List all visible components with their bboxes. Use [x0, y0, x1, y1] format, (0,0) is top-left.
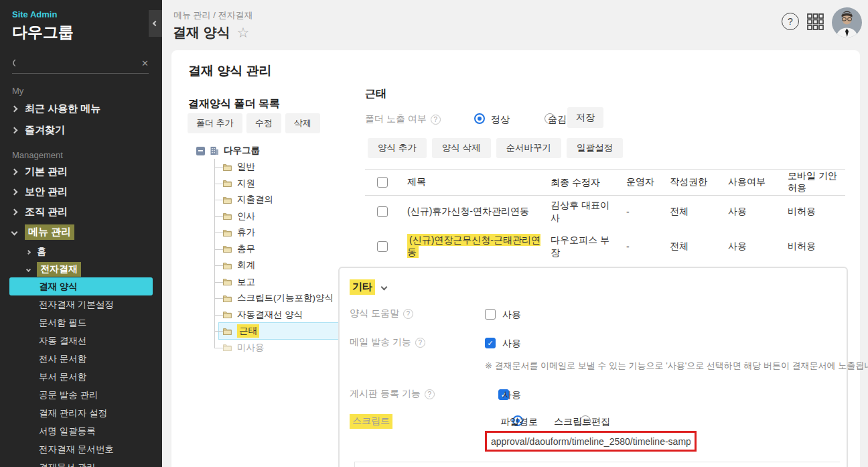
help-tooltip-icon[interactable]: ?: [425, 389, 435, 399]
sidebar-item-label: 결재 양식: [39, 281, 78, 291]
sidebar-item-menu-admin[interactable]: 메뉴 관리: [12, 224, 74, 240]
sidebar-item-signature-bulk[interactable]: 서명 일괄등록: [39, 422, 162, 440]
tree-folder-script-forms[interactable]: 스크립트(기능포함)양식: [196, 290, 340, 307]
tree-folder-general[interactable]: 일반: [196, 159, 340, 176]
tree-folder-auto-line-forms[interactable]: 자동결재선 양식: [196, 307, 340, 324]
save-button[interactable]: 저장: [567, 107, 603, 128]
tree-folder-report[interactable]: 보고: [196, 274, 340, 291]
visibility-normal-radio[interactable]: [474, 113, 485, 124]
chevron-right-icon: [11, 168, 18, 175]
help-tooltip-icon[interactable]: ?: [403, 309, 413, 319]
form-bulk-settings-button[interactable]: 일괄설정: [567, 138, 623, 158]
folder-icon: [222, 327, 232, 336]
tree-root[interactable]: 다우그룹: [196, 143, 340, 159]
chevron-down-icon: [381, 284, 388, 291]
folder-icon: [222, 212, 232, 220]
mail-feature-checkbox[interactable]: [485, 338, 496, 348]
folder-icon: [222, 294, 232, 303]
sidebar-item-label: 보안 관리: [25, 186, 68, 198]
chevron-right-icon: [11, 127, 18, 133]
sidebar-item-label-highlighted: 전자결재: [37, 262, 81, 277]
form-delete-button[interactable]: 양식 삭제: [432, 138, 491, 158]
row-checkbox[interactable]: [377, 241, 388, 252]
breadcrumb: 메뉴 관리 / 전자결재: [173, 9, 252, 21]
col-permission: 작성권한: [670, 176, 728, 188]
search-input[interactable]: [19, 58, 137, 68]
detail-title: 근태: [365, 87, 386, 101]
table-row[interactable]: (신규)휴가신청-연차관리연동 김상후 대표이사 - 전체 사용 비허용: [365, 196, 845, 228]
row-checkbox[interactable]: [377, 206, 388, 217]
tree-folder-label-highlighted: 근태: [237, 324, 259, 338]
sidebar-item-basic-admin[interactable]: 기본 관리: [12, 163, 68, 180]
sidebar-item-dept-docbox[interactable]: 부서 문서함: [39, 368, 162, 386]
sidebar-item-auto-approval-line[interactable]: 자동 결재선: [39, 332, 162, 350]
tree-folder-label: 총무: [237, 243, 255, 255]
form-reorder-button[interactable]: 순서바꾸기: [496, 138, 562, 158]
folder-add-button[interactable]: 폴더 추가: [188, 113, 242, 133]
tree-folder-expense[interactable]: 지출결의: [196, 192, 340, 208]
user-avatar[interactable]: [832, 7, 862, 38]
page-title: 결재 양식: [173, 23, 230, 42]
folder-icon: [222, 196, 232, 204]
help-tooltip-icon[interactable]: ?: [415, 338, 425, 348]
folder-delete-button[interactable]: 삭제: [285, 113, 320, 133]
folder-icon: [222, 228, 232, 237]
folder-list-title: 결재양식 폴더 목록: [188, 97, 280, 111]
sidebar-item-approval-manager-settings[interactable]: 결재 관리자 설정: [39, 404, 162, 422]
table-row[interactable]: (신규)연장근무신청-근태관리연동 다우오피스 부장 - 전체 사용 비허용: [365, 228, 845, 265]
table-header-row: 제목 최종 수정자 운영자 작성권한 사용여부 모바일 기안 허용: [365, 169, 845, 196]
sidebar-item-official-send-admin[interactable]: 공문 발송 관리: [39, 386, 162, 404]
chevron-right-icon: [11, 188, 18, 195]
folder-edit-button[interactable]: 수정: [246, 113, 281, 133]
sidebar-item-approval-form-selected[interactable]: 결재 양식: [9, 277, 153, 295]
tree-folder-hr[interactable]: 인사: [196, 208, 340, 225]
select-all-checkbox[interactable]: [377, 177, 388, 188]
script-label: 스크립트: [350, 414, 392, 429]
sidebar-item-org-admin[interactable]: 조직 관리: [12, 204, 68, 220]
sidebar: Site Admin 다우그룹 ✕ My 최근 사용한 메뉴 즐겨찾기 Mana…: [0, 0, 162, 467]
sidebar-item-label: 조직 관리: [25, 206, 68, 218]
sidebar-item-approval-basic-settings[interactable]: 전자결재 기본설정: [39, 295, 162, 314]
sidebar-item-e-approval[interactable]: 전자결재: [27, 261, 81, 277]
help-tooltip-icon[interactable]: ?: [431, 115, 441, 125]
tree-folder-support[interactable]: 지원: [196, 176, 340, 192]
sidebar-item-security-admin[interactable]: 보안 관리: [12, 184, 68, 200]
sidebar-item-recent-menus[interactable]: 최근 사용한 메뉴: [12, 101, 100, 117]
cell-title-highlighted[interactable]: (신규)연장근무신청-근태관리연동: [407, 235, 551, 259]
cell-mobile: 비허용: [788, 241, 845, 253]
sidebar-item-home[interactable]: 홈: [27, 244, 46, 260]
tree-folder-general-affairs[interactable]: 총무: [196, 241, 340, 258]
tree-collapse-icon[interactable]: [196, 147, 205, 155]
tree-folder-label: 미사용: [237, 342, 265, 354]
board-feature-label: 게시판 등록 기능 ?: [350, 388, 435, 400]
script-filepath-label: 파일경로: [500, 416, 538, 428]
folder-buttons: 폴더 추가 수정 삭제: [188, 113, 320, 133]
cell-mobile: 비허용: [788, 206, 845, 218]
sidebar-item-company-docbox[interactable]: 전사 문서함: [39, 350, 162, 368]
help-icon[interactable]: ?: [782, 13, 799, 30]
etc-section-title[interactable]: 기타: [350, 279, 386, 295]
form-help-checkbox[interactable]: [485, 309, 496, 320]
favorite-star-icon[interactable]: ☆: [237, 25, 250, 40]
cell-title[interactable]: (신규)휴가신청-연차관리연동: [407, 206, 551, 218]
search-clear-icon[interactable]: ✕: [141, 58, 149, 68]
apps-grid-icon[interactable]: [807, 13, 824, 30]
sidebar-item-approval-doc-number[interactable]: 전자결재 문서번호: [39, 440, 162, 458]
tree-folder-vacation[interactable]: 휴가: [196, 224, 340, 241]
form-add-button[interactable]: 양식 추가: [368, 138, 427, 158]
etc-title-highlighted: 기타: [350, 279, 375, 295]
cell-modifier: 다우오피스 부장: [551, 234, 626, 259]
script-path-input[interactable]: [485, 431, 697, 452]
sidebar-collapse-button[interactable]: [149, 10, 162, 37]
chevron-left-icon: [153, 21, 158, 26]
tree-folder-accounting[interactable]: 회계: [196, 257, 340, 274]
sidebar-item-docbox-fields[interactable]: 문서함 필드: [39, 314, 162, 332]
sidebar-item-favorites[interactable]: 즐겨찾기: [12, 122, 65, 138]
mail-feature-note: ※ 결재문서를 이메일로 보낼 수 있는 기능으로 '사용'으로 선택하면 해당…: [485, 360, 868, 372]
sidebar-item-label: 홈: [37, 246, 46, 258]
tree-folder-attendance-selected[interactable]: 근태: [196, 323, 340, 340]
sidebar-item-approval-doc-admin[interactable]: 결재문서 관리: [39, 458, 162, 467]
tree-folder-unused[interactable]: 미사용: [196, 340, 340, 356]
cell-in-use: 사용: [728, 206, 788, 218]
sidebar-subsection-e-approval: 전자결재 기본설정 문서함 필드 자동 결재선 전사 문서함 부서 문서함 공문…: [39, 295, 162, 467]
